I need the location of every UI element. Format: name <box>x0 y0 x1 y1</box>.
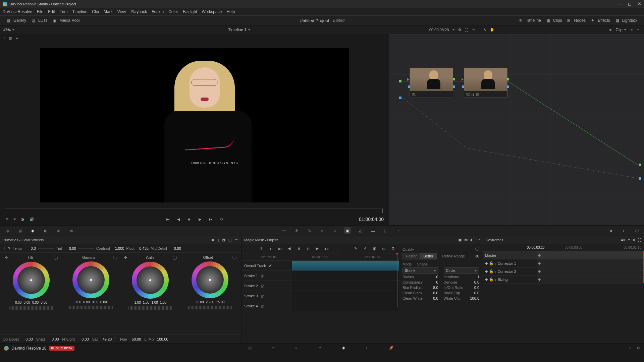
menu-view[interactable]: View <box>117 9 126 14</box>
deliver-page-icon[interactable]: 🚀 <box>389 346 396 351</box>
reset-icon[interactable] <box>173 256 177 260</box>
pause-icon[interactable]: ⏸ <box>296 246 302 252</box>
effects-button[interactable]: ✦Effects <box>588 17 612 24</box>
white-point-icon[interactable]: ✢ <box>124 255 127 260</box>
media-page-icon[interactable]: ▤ <box>248 346 255 351</box>
viewer-canvas[interactable]: 1989 EST. BROOKLYN, NYC <box>40 48 349 202</box>
3d-icon[interactable]: ▫ <box>395 227 402 234</box>
fusion-page-icon[interactable]: ✦ <box>319 346 325 351</box>
offset-values[interactable]: 25.0025.0025.00 <box>196 300 225 304</box>
menu-fusion[interactable]: Fusion <box>152 9 164 14</box>
stroke-add-icon[interactable]: ✎ <box>353 246 359 252</box>
stroke-4-row[interactable]: Stroke 4🗑 <box>241 301 399 311</box>
prev-button[interactable]: ◀ <box>175 216 181 222</box>
lightbox-button[interactable]: ▦Lightbox <box>613 17 640 24</box>
gallery-button[interactable]: ▦Gallery <box>4 17 29 24</box>
reset-icon[interactable] <box>475 247 479 251</box>
temp-field[interactable]: Temp0.0 <box>13 246 54 250</box>
more-icon[interactable]: ⋯ <box>235 238 238 242</box>
rgb-mixer-icon[interactable]: ⬗ <box>55 227 62 234</box>
diamond-icon[interactable]: ◆ <box>485 269 488 274</box>
stop-button[interactable]: ■ <box>186 216 192 222</box>
info-icon[interactable]: ⓘ <box>633 227 640 234</box>
middetail-field[interactable]: Mid/Detail0.00 <box>151 246 181 250</box>
denoise-field[interactable]: Denoise0.0 <box>444 280 480 284</box>
lock-icon[interactable]: 🔒 <box>489 269 494 274</box>
gamma-wheel[interactable] <box>72 261 109 298</box>
split-icon[interactable]: ▥ <box>9 36 12 41</box>
menu-trim[interactable]: Trim <box>60 9 68 14</box>
lift-wheel[interactable] <box>13 262 50 299</box>
chevron-down-icon[interactable] <box>13 219 16 220</box>
warper-icon[interactable]: ✼ <box>293 227 300 234</box>
gain-jog[interactable] <box>128 306 172 310</box>
reset-icon[interactable] <box>54 256 58 260</box>
wheels-mode-icon[interactable]: ◉ <box>211 238 215 242</box>
primaries-icon[interactable]: ◉ <box>30 227 36 234</box>
chevron-down-icon[interactable] <box>452 29 455 31</box>
hand-icon[interactable]: ✋ <box>490 27 494 32</box>
track-one-rev-icon[interactable]: ⫞ <box>267 246 273 252</box>
menu-help[interactable]: Help <box>226 9 235 14</box>
gain-wheel[interactable] <box>132 262 169 299</box>
track-one-fwd-icon[interactable]: ⫟ <box>333 246 339 252</box>
gain-values[interactable]: 1.001.001.001.00 <box>134 301 166 304</box>
stroke-2-row[interactable]: Stroke 2🗑 <box>241 281 399 291</box>
bars-mode-icon[interactable]: ⫿ <box>217 238 219 242</box>
gamma-jog[interactable] <box>69 306 113 309</box>
camera-raw-icon[interactable]: ◎ <box>4 227 11 234</box>
node-02[interactable]: 02⫿⫿▧ <box>464 68 507 98</box>
inout-ratio-field[interactable]: In/Out Ratio0.0 <box>444 286 480 290</box>
last-icon[interactable]: ⏭ <box>324 246 330 252</box>
stroke-1-row[interactable]: Stroke 1🗑 <box>241 271 399 281</box>
mask-playhead[interactable] <box>397 253 397 307</box>
hilight-field[interactable]: Hi/Light0.00 <box>62 337 89 341</box>
clean-white-field[interactable]: Clean White0.0 <box>402 296 438 300</box>
reset-icon[interactable] <box>113 255 117 259</box>
contrast-field[interactable]: Contrast1.000 <box>96 246 124 250</box>
settings-icon[interactable]: ⚙ <box>390 246 396 252</box>
unmix-icon[interactable]: ◑ <box>19 216 25 222</box>
image-wipe-icon[interactable]: ▯ <box>3 36 5 41</box>
menu-workspace[interactable]: Workspace <box>202 9 222 14</box>
colboost-field[interactable]: Col Boost0.00 <box>3 337 33 341</box>
magicmask-icon[interactable]: ▣ <box>344 227 351 234</box>
hue-field[interactable]: Hue50.00 <box>120 337 141 341</box>
track-rev-icon[interactable]: ◀ <box>286 246 292 252</box>
edit-page-icon[interactable]: ≡ <box>295 346 302 351</box>
timeline-button[interactable]: ≡Timeline <box>517 17 544 24</box>
lift-jog[interactable] <box>9 306 53 310</box>
menu-fairlight[interactable]: Fairlight <box>183 9 197 14</box>
clips-button[interactable]: ▦Clips <box>544 17 565 24</box>
stroke-sub-icon[interactable]: ✐ <box>362 246 368 252</box>
reset-icon[interactable] <box>232 255 236 259</box>
diamond-icon[interactable]: ◆ <box>485 277 488 282</box>
key-icon[interactable]: ▬ <box>370 227 376 234</box>
blur-radius-field[interactable]: Blur Radius8.0 <box>402 286 438 290</box>
zoom-select[interactable]: 47% <box>3 28 15 32</box>
more-icon[interactable]: ⋯ <box>472 27 475 32</box>
clip-mode[interactable]: Clip <box>615 27 627 32</box>
close-button[interactable]: ✕ <box>638 1 641 6</box>
transport-timecode[interactable]: 01:00:04:00 <box>359 217 384 222</box>
menu-timeline[interactable]: Timeline <box>72 9 87 14</box>
luts-button[interactable]: ▤LUTs <box>29 17 50 24</box>
keyframes-all[interactable]: All <box>621 238 625 242</box>
offset-jog[interactable] <box>188 306 232 309</box>
kf-corrector2-row[interactable]: ◆🔒›Corrector 2 <box>483 267 644 276</box>
track-both-icon[interactable]: ⇄ <box>305 246 311 252</box>
pointer-icon[interactable]: ↖ <box>483 27 486 32</box>
trash-icon[interactable]: 🗑 <box>261 294 264 298</box>
kf-sizing-row[interactable]: ◆🔒›Sizing <box>483 276 644 284</box>
maximize-button[interactable]: ◻ <box>628 1 632 6</box>
refine-range-field[interactable]: Refine Range30 <box>442 253 479 259</box>
show-paint-icon[interactable]: ▭ <box>381 246 387 252</box>
clean-black-field[interactable]: Clean Black0.0 <box>402 291 438 295</box>
lift-values[interactable]: 0.000.000.000.00 <box>15 301 47 304</box>
cut-page-icon[interactable]: ✂ <box>272 346 278 351</box>
track-all-icon[interactable]: ⇩ <box>258 246 264 252</box>
stroke-3-row[interactable]: Stroke 3🗑 <box>241 291 399 301</box>
first-frame-button[interactable]: ⏮ <box>165 216 171 222</box>
more-icon[interactable]: ⋯ <box>476 238 480 242</box>
lmix-field[interactable]: L. Mix100.00 <box>144 337 168 341</box>
